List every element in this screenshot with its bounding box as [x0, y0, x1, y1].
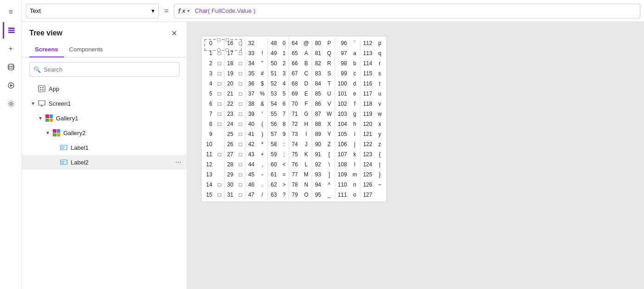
ascii-char-121: y [375, 129, 385, 139]
ascii-num-75: 75 [289, 149, 301, 159]
label2-context-menu-button[interactable]: ··· [174, 158, 183, 166]
ascii-char-102: f [350, 99, 360, 109]
ascii-num-85: 85 [312, 89, 324, 99]
ascii-char-109: m [350, 170, 360, 180]
ascii-char-66: B [301, 58, 312, 68]
ascii-num-60: 60 [268, 159, 280, 170]
ascii-char-5: □ [215, 89, 224, 99]
ascii-num-58: 58 [268, 139, 280, 149]
tree-content: App ▾ Screen1 ▾ [22, 81, 187, 289]
ascii-char-99: c [350, 68, 360, 79]
ascii-char-47: / [257, 190, 268, 200]
left-toolbar: ≡ + [0, 0, 22, 289]
ascii-num-28: 28 [224, 159, 236, 170]
ascii-num-113: 113 [360, 48, 375, 58]
tab-screens[interactable]: Screens [29, 42, 64, 57]
ascii-char-39: ' [257, 109, 268, 119]
media-icon[interactable] [3, 77, 19, 94]
ascii-num-117: 117 [360, 89, 375, 99]
ascii-num-68: 68 [289, 79, 301, 89]
ascii-char-14: □ [215, 180, 224, 190]
tree-panel: Tree view ✕ Screens Components 🔍 [22, 22, 187, 289]
chevron-icon: ▾ [44, 129, 51, 136]
ascii-char-63: ? [280, 190, 289, 200]
ascii-num-54: 54 [268, 99, 280, 109]
app-icon [38, 85, 46, 93]
gallery2-icon [52, 129, 61, 137]
layers-icon[interactable] [3, 22, 19, 39]
ascii-num-99: 99 [335, 68, 350, 79]
ascii-num-51: 51 [268, 68, 280, 79]
ascii-char-119: w [375, 109, 385, 119]
ascii-num-17: 17 [224, 48, 236, 58]
main-content: Tree view ✕ Screens Components 🔍 [22, 22, 644, 289]
ascii-char-122: z [375, 139, 385, 149]
ascii-char-45: - [257, 170, 268, 180]
ascii-num-40: 40 [245, 119, 257, 129]
chevron-icon [51, 159, 59, 166]
screen-icon [38, 99, 46, 108]
ascii-char-7: □ [215, 109, 224, 119]
ascii-num-94: 94 [312, 180, 324, 190]
ascii-char-15: □ [215, 190, 224, 200]
ascii-char-74: J [301, 139, 312, 149]
ascii-num-71: 71 [289, 109, 301, 119]
ascii-char-81: Q [324, 48, 335, 58]
ascii-num-111: 111 [335, 190, 350, 200]
database-icon[interactable] [3, 59, 19, 75]
ascii-num-15: 15 [203, 190, 215, 200]
ascii-char-61: = [280, 170, 289, 180]
ascii-char-105: i [350, 129, 360, 139]
ascii-char-98: b [350, 58, 360, 68]
ascii-char-96: ` [350, 38, 360, 48]
hamburger-icon[interactable]: ≡ [3, 4, 19, 20]
formula-input-area[interactable]: f x ▾ Char( FullCode.Value ) [174, 4, 640, 18]
ascii-char-88: X [324, 119, 335, 129]
property-select[interactable]: Text ▾ [26, 4, 159, 18]
add-icon[interactable]: + [3, 40, 19, 57]
canvas-area[interactable]: 016□3248064@80P96`112p1□17□33!49165A81Q9… [187, 22, 644, 289]
tree-item-screen1[interactable]: ▾ Screen1 [22, 96, 187, 111]
ascii-char-44: , [257, 159, 268, 170]
fx-x-icon: x [182, 7, 185, 14]
ascii-char-33: ! [257, 48, 268, 58]
ascii-char-89: Y [324, 129, 335, 139]
ascii-char-26: □ [236, 139, 245, 149]
tree-item-label1[interactable]: Label1 [22, 140, 187, 155]
ascii-num-37: 37 [245, 89, 257, 99]
ascii-num-3: 3 [203, 68, 215, 79]
tree-item-gallery2[interactable]: ▾ Gallery2 [22, 125, 187, 140]
ascii-num-78: 78 [289, 180, 301, 190]
tree-item-label2[interactable]: Label2 ··· [22, 155, 187, 170]
ascii-char-2: □ [215, 58, 224, 68]
settings-icon[interactable] [3, 96, 19, 112]
ascii-num-98: 98 [335, 58, 350, 68]
ascii-char-41: ) [257, 129, 268, 139]
ascii-num-21: 21 [224, 89, 236, 99]
ascii-num-127: 127 [360, 190, 375, 200]
fx-chevron-icon: ▾ [187, 8, 190, 13]
ascii-num-0: 0 [203, 38, 215, 48]
search-input[interactable] [44, 66, 175, 73]
screen1-label: Screen1 [49, 100, 183, 107]
tree-item-app[interactable]: App [22, 81, 187, 96]
ascii-num-107: 107 [335, 149, 350, 159]
tree-item-gallery1[interactable]: ▾ Gallery1 [22, 111, 187, 125]
chevron-icon [51, 144, 59, 151]
formula-text: Char( FullCode.Value ) [195, 7, 256, 14]
ascii-num-48: 48 [268, 38, 280, 48]
ascii-char-32 [257, 38, 268, 48]
ascii-char-22: □ [236, 99, 245, 109]
tab-components[interactable]: Components [64, 42, 109, 57]
ascii-num-95: 95 [312, 190, 324, 200]
ascii-num-104: 104 [335, 119, 350, 129]
svg-rect-18 [61, 160, 67, 164]
ascii-char-29: □ [236, 170, 245, 180]
close-button[interactable]: ✕ [168, 28, 179, 39]
ascii-num-70: 70 [289, 99, 301, 109]
ascii-char-55: 7 [280, 109, 289, 119]
ascii-num-114: 114 [360, 58, 375, 68]
ascii-char-13 [215, 170, 224, 180]
label2-icon [60, 158, 68, 166]
ascii-char-58: : [280, 139, 289, 149]
